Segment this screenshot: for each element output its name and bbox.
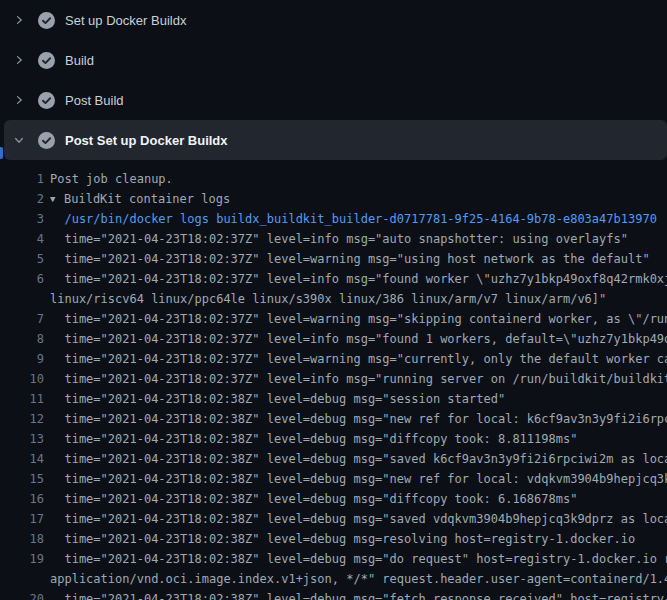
log-line-text: application/vnd.oci.image.index.v1+json,… (44, 569, 667, 589)
log-line: 4 time="2021-04-23T18:02:37Z" level=info… (0, 229, 667, 249)
line-number[interactable]: 17 (0, 509, 44, 529)
log-line-text: time="2021-04-23T18:02:37Z" level=info m… (44, 369, 667, 389)
line-number[interactable]: 19 (0, 549, 44, 569)
chevron-right-icon (12, 53, 26, 67)
log-line-text: time="2021-04-23T18:02:38Z" level=debug … (44, 509, 667, 529)
line-number[interactable]: 16 (0, 489, 44, 509)
log-output: 1Post job cleanup.2▼BuildKit container l… (0, 160, 667, 600)
log-line: 19 time="2021-04-23T18:02:38Z" level=deb… (0, 549, 667, 569)
log-line-text: time="2021-04-23T18:02:38Z" level=debug … (44, 449, 667, 469)
log-line-text: time="2021-04-23T18:02:37Z" level=warnin… (44, 309, 667, 329)
log-line: 10 time="2021-04-23T18:02:37Z" level=inf… (0, 369, 667, 389)
line-number[interactable]: 20 (0, 589, 44, 600)
job-steps-list: Set up Docker BuildxBuildPost BuildPost … (0, 0, 667, 160)
check-circle-icon (38, 12, 55, 29)
line-number[interactable]: 11 (0, 389, 44, 409)
line-number (0, 569, 44, 589)
line-number[interactable]: 12 (0, 409, 44, 429)
line-number[interactable]: 15 (0, 469, 44, 489)
log-line-text: time="2021-04-23T18:02:37Z" level=warnin… (44, 249, 650, 269)
step-section-post-build[interactable]: Post Build (0, 80, 667, 120)
focus-indicator-fragment (0, 147, 3, 159)
line-number[interactable]: 2 (0, 189, 44, 209)
line-number[interactable]: 13 (0, 429, 44, 449)
line-number[interactable]: 18 (0, 529, 44, 549)
log-line-text: time="2021-04-23T18:02:38Z" level=debug … (44, 389, 505, 409)
log-line: 15 time="2021-04-23T18:02:38Z" level=deb… (0, 469, 667, 489)
log-line: 11 time="2021-04-23T18:02:38Z" level=deb… (0, 389, 667, 409)
step-section-post-set-up-docker-buildx[interactable]: Post Set up Docker Buildx (4, 120, 667, 160)
step-section-set-up-docker-buildx[interactable]: Set up Docker Buildx (0, 0, 667, 40)
log-line: 3 /usr/bin/docker logs buildx_buildkit_b… (0, 209, 667, 229)
group-expanded-triangle-icon: ▼ (50, 189, 64, 209)
log-line-text: time="2021-04-23T18:02:37Z" level=warnin… (44, 349, 667, 369)
log-line-text: time="2021-04-23T18:02:38Z" level=debug … (44, 489, 577, 509)
line-number[interactable]: 1 (0, 169, 44, 189)
log-group-title: BuildKit container logs (64, 192, 230, 206)
log-line-text: Post job cleanup. (44, 169, 173, 189)
log-line: 8 time="2021-04-23T18:02:37Z" level=info… (0, 329, 667, 349)
line-number[interactable]: 5 (0, 249, 44, 269)
log-line-text: linux/riscv64 linux/ppc64le linux/s390x … (44, 289, 606, 309)
step-section-label: Build (65, 53, 94, 68)
log-line: 18 time="2021-04-23T18:02:38Z" level=deb… (0, 529, 667, 549)
line-number[interactable]: 3 (0, 209, 44, 229)
line-number[interactable]: 14 (0, 449, 44, 469)
step-section-build[interactable]: Build (0, 40, 667, 80)
step-section-label: Post Build (65, 93, 124, 108)
line-number[interactable]: 6 (0, 269, 44, 289)
chevron-right-icon (12, 93, 26, 107)
actions-log-viewer: { "sections": [ {"label": "Set up Docker… (0, 0, 667, 600)
log-line: 20 time="2021-04-23T18:02:38Z" level=deb… (0, 589, 667, 600)
log-line-wrap-continuation: application/vnd.oci.image.index.v1+json,… (0, 569, 667, 589)
line-number[interactable]: 10 (0, 369, 44, 389)
log-line-wrap-continuation: linux/riscv64 linux/ppc64le linux/s390x … (0, 289, 667, 309)
log-line-text: time="2021-04-23T18:02:38Z" level=debug … (44, 469, 667, 489)
check-circle-icon (38, 132, 55, 149)
log-line: 1Post job cleanup. (0, 169, 667, 189)
log-line: 6 time="2021-04-23T18:02:37Z" level=info… (0, 269, 667, 289)
log-line-text: time="2021-04-23T18:02:38Z" level=debug … (44, 589, 667, 600)
check-circle-icon (38, 92, 55, 109)
log-line-text: time="2021-04-23T18:02:38Z" level=debug … (44, 549, 667, 569)
step-section-label: Post Set up Docker Buildx (65, 133, 228, 148)
log-line: 12 time="2021-04-23T18:02:38Z" level=deb… (0, 409, 667, 429)
chevron-right-icon (12, 13, 26, 27)
log-line-text: time="2021-04-23T18:02:38Z" level=debug … (44, 409, 667, 429)
log-line-text: time="2021-04-23T18:02:37Z" level=info m… (44, 229, 628, 249)
line-number[interactable]: 8 (0, 329, 44, 349)
line-number[interactable]: 9 (0, 349, 44, 369)
log-line: 13 time="2021-04-23T18:02:38Z" level=deb… (0, 429, 667, 449)
line-number[interactable]: 4 (0, 229, 44, 249)
log-line: 5 time="2021-04-23T18:02:37Z" level=warn… (0, 249, 667, 269)
line-number[interactable]: 7 (0, 309, 44, 329)
chevron-down-icon (12, 133, 26, 147)
step-section-label: Set up Docker Buildx (65, 13, 186, 28)
log-line: 2▼BuildKit container logs (0, 189, 667, 209)
log-line-text: time="2021-04-23T18:02:37Z" level=info m… (44, 329, 667, 349)
line-number (0, 289, 44, 309)
log-line-text: time="2021-04-23T18:02:38Z" level=debug … (44, 429, 577, 449)
log-line: 14 time="2021-04-23T18:02:38Z" level=deb… (0, 449, 667, 469)
log-line: 7 time="2021-04-23T18:02:37Z" level=warn… (0, 309, 667, 329)
log-group-toggle[interactable]: ▼BuildKit container logs (44, 189, 230, 209)
log-line-text: time="2021-04-23T18:02:38Z" level=debug … (44, 529, 635, 549)
log-command-text: /usr/bin/docker logs buildx_buildkit_bui… (44, 209, 657, 229)
log-line: 9 time="2021-04-23T18:02:37Z" level=warn… (0, 349, 667, 369)
log-line-text: time="2021-04-23T18:02:37Z" level=info m… (44, 269, 667, 289)
log-line: 16 time="2021-04-23T18:02:38Z" level=deb… (0, 489, 667, 509)
check-circle-icon (38, 52, 55, 69)
log-line: 17 time="2021-04-23T18:02:38Z" level=deb… (0, 509, 667, 529)
